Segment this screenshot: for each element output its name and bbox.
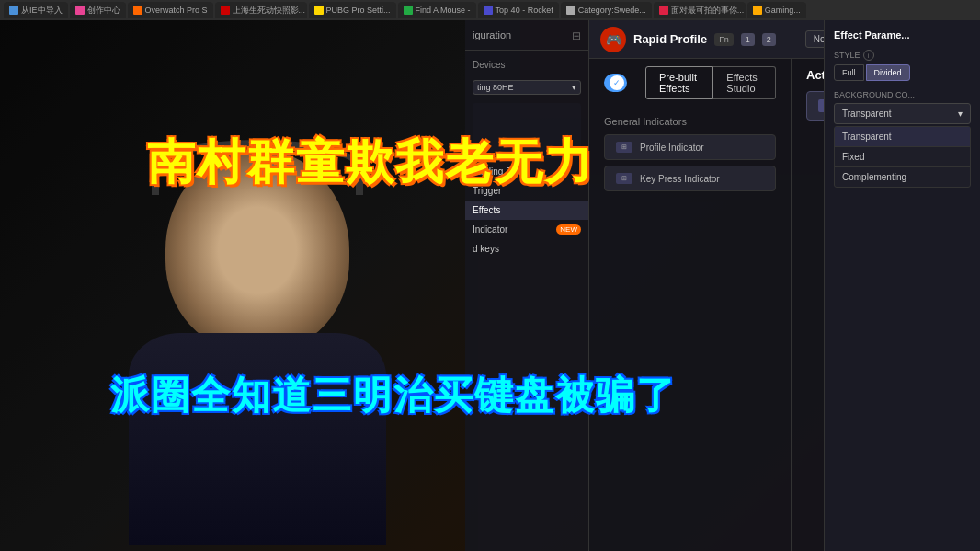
- app-two-col: Pre-built Effects Effects Studio General…: [589, 59, 980, 551]
- person-body: [129, 333, 386, 545]
- sidebar: iguration ⊟ Devices ting 80HE ▾ Binding …: [465, 20, 589, 551]
- sidebar-item-device-dropdown[interactable]: ting 80HE ▾: [465, 75, 588, 99]
- tab-prebuilt[interactable]: Pre-built Effects: [645, 66, 713, 99]
- style-info-icon: i: [863, 59, 874, 61]
- indicator-profile[interactable]: ⊞ Profile Indicator: [604, 134, 776, 160]
- new-badge: NEW: [556, 224, 581, 235]
- overlay-text-line1: 南村群童欺我老无力: [147, 131, 594, 195]
- tab-face[interactable]: 面对最可拍的事你...: [654, 2, 746, 18]
- effects-tabs: Pre-built Effects Effects Studio: [645, 66, 776, 99]
- tab-overwatch[interactable]: Overwatch Pro S: [128, 2, 213, 18]
- sidebar-item-dkeys[interactable]: d keys: [465, 239, 588, 258]
- style-full-option[interactable]: Full: [834, 64, 864, 81]
- profile-name: Rapid Profile: [633, 32, 707, 46]
- bg-dropdown[interactable]: Transparent ▾: [834, 103, 971, 124]
- option-transparent[interactable]: Transparent: [835, 127, 970, 146]
- sidebar-collapse-icon[interactable]: ⊟: [572, 29, 581, 42]
- tab-ie[interactable]: 从IE中导入: [4, 2, 68, 18]
- general-indicators-section: General Indicators ⊞ Profile Indicator ⊞…: [589, 107, 791, 206]
- tab-top40[interactable]: Top 40 - Rocket: [478, 2, 559, 18]
- bg-dropdown-options: Transparent Fixed Complementing: [834, 126, 971, 188]
- sidebar-section-devices: Devices: [465, 54, 588, 75]
- browser-chrome: 从IE中导入 创作中心 Overwatch Pro S 上海生死劫快照影... …: [0, 0, 980, 20]
- num2-badge[interactable]: 2: [762, 33, 776, 46]
- device-dropdown[interactable]: ting 80HE ▾: [473, 80, 581, 95]
- keypress-indicator-icon: ⊞: [616, 173, 632, 184]
- sidebar-header: iguration ⊟: [465, 20, 588, 51]
- indicator-profile-name: Profile Indicator: [640, 143, 703, 153]
- overlay-text-line2: 派圈全知道三明治买键盘被骗了: [110, 370, 677, 421]
- style-label: STYLE i: [834, 59, 971, 61]
- chevron-down-icon: ▾: [572, 83, 576, 92]
- effects-toggle[interactable]: [604, 74, 627, 92]
- tab-shanghai[interactable]: 上海生死劫快照影...: [215, 2, 307, 18]
- tab-gaming[interactable]: Gaming...: [747, 2, 806, 18]
- style-divided-option[interactable]: Divided: [866, 64, 910, 81]
- main-content: 南村群童欺我老无力 派圈全知道三明治买键盘被骗了 iguration ⊟ Dev…: [0, 20, 980, 551]
- tab-pubg[interactable]: PUBG Pro Setti...: [309, 2, 396, 18]
- toggle-tabs-row: Pre-built Effects Effects Studio: [589, 59, 791, 107]
- chevron-down-icon: ▾: [958, 109, 963, 119]
- profile-indicator-icon: ⊞: [616, 142, 632, 153]
- indicator-keypress-name: Key Press Indicator: [640, 174, 720, 184]
- indicator-keypress[interactable]: ⊞ Key Press Indicator: [604, 166, 776, 191]
- tab-findmouse[interactable]: Find A Mouse -: [398, 2, 476, 18]
- tab-category[interactable]: Category:Swede...: [561, 2, 652, 18]
- app-panel: 🎮 Rapid Profile Fn 1 2 Node ▾ WOOTILITY …: [589, 20, 980, 551]
- tab-creator[interactable]: 创作中心: [70, 2, 126, 18]
- option-complementing[interactable]: Complementing: [835, 167, 970, 187]
- sidebar-item-indicator[interactable]: Indicator NEW: [465, 220, 588, 239]
- app-ui: iguration ⊟ Devices ting 80HE ▾ Binding …: [465, 20, 980, 551]
- left-col: Pre-built Effects Effects Studio General…: [589, 59, 792, 551]
- bg-color-label: BACKGROUND CO...: [834, 90, 971, 99]
- indicators-title: General Indicators: [604, 116, 776, 127]
- num1-badge[interactable]: 1: [741, 33, 755, 46]
- option-fixed[interactable]: Fixed: [835, 147, 970, 166]
- fn-badge[interactable]: Fn: [714, 33, 734, 46]
- effect-params-panel: Effect Parame... STYLE i Full Divided BA…: [824, 59, 980, 551]
- sidebar-item-effects[interactable]: Effects: [465, 201, 588, 220]
- tab-studio[interactable]: Effects Studio: [713, 66, 776, 99]
- profile-icon: 🎮: [600, 27, 626, 52]
- style-options: Full Divided: [834, 64, 971, 81]
- right-col: Active Effects i ⊞ Profile Indicator Eff…: [792, 59, 980, 551]
